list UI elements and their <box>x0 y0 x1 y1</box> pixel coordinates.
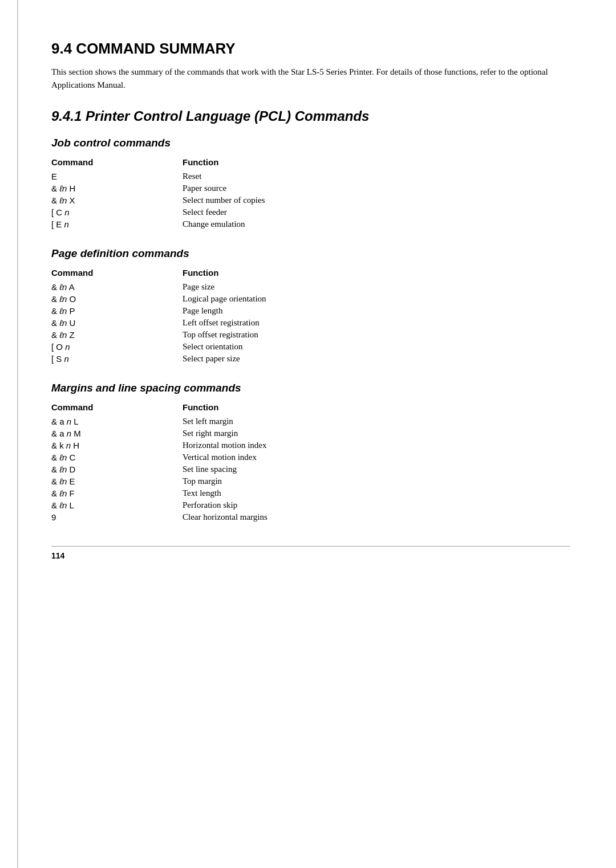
group-title-2: Margins and line spacing commands <box>51 382 570 394</box>
cmd-2-6: & ℓn F <box>51 487 183 499</box>
table-row: & ℓn ULeft offset registration <box>51 317 570 329</box>
col-function-1: Function <box>183 268 570 281</box>
cmd-2-3: & ℓn C <box>51 451 183 463</box>
section-title: 9.4 COMMAND SUMMARY <box>51 40 570 58</box>
page-number: 114 <box>51 551 64 560</box>
table-row: & ℓn OLogical page orientation <box>51 293 570 305</box>
func-0-3: Select feeder <box>183 206 570 218</box>
table-row: 9Clear horizontal margins <box>51 511 570 523</box>
func-1-0: Page size <box>183 281 570 293</box>
func-1-4: Top offset registration <box>183 329 570 341</box>
func-0-2: Select number of copies <box>183 194 570 206</box>
cmd-2-1: & a n M <box>51 427 183 439</box>
func-1-2: Page length <box>183 305 570 317</box>
table-row: & ℓn LPerforation skip <box>51 499 570 511</box>
func-0-0: Reset <box>183 170 570 182</box>
func-1-1: Logical page orientation <box>183 293 570 305</box>
footer: 114 <box>51 546 570 561</box>
func-0-4: Change emulation <box>183 218 570 230</box>
table-row: & ℓn HPaper source <box>51 182 570 194</box>
command-table-2: CommandFunction & a n LSet left margin &… <box>51 402 570 523</box>
col-command-2: Command <box>51 402 183 415</box>
table-row: [ S nSelect paper size <box>51 353 570 365</box>
func-2-5: Top margin <box>183 475 570 487</box>
group-title-0: Job control commands <box>51 137 570 149</box>
table-row: & ℓn APage size <box>51 281 570 293</box>
func-2-6: Text length <box>183 487 570 499</box>
table-row: & ℓn ETop margin <box>51 475 570 487</box>
table-row: [ O nSelect orientation <box>51 341 570 353</box>
func-2-0: Set left margin <box>183 415 570 427</box>
left-border <box>17 0 18 868</box>
col-function-0: Function <box>183 157 570 170</box>
cmd-0-1: & ℓn H <box>51 182 183 194</box>
table-row: & k n HHorizontal motion index <box>51 439 570 451</box>
cmd-1-0: & ℓn A <box>51 281 183 293</box>
table-row: [ C nSelect feeder <box>51 206 570 218</box>
table-row: & ℓn FText length <box>51 487 570 499</box>
cmd-1-4: & ℓn Z <box>51 329 183 341</box>
func-0-1: Paper source <box>183 182 570 194</box>
cmd-0-2: & ℓn X <box>51 194 183 206</box>
func-2-4: Set line spacing <box>183 463 570 475</box>
table-row: & a n MSet right margin <box>51 427 570 439</box>
groups-container: Job control commandsCommandFunction ERes… <box>51 137 570 523</box>
col-command-0: Command <box>51 157 183 170</box>
func-2-3: Vertical motion index <box>183 451 570 463</box>
cmd-1-5: [ O n <box>51 341 183 353</box>
cmd-2-5: & ℓn E <box>51 475 183 487</box>
table-row: & ℓn CVertical motion index <box>51 451 570 463</box>
func-2-2: Horizontal motion index <box>183 439 570 451</box>
cmd-0-4: [ E n <box>51 218 183 230</box>
cmd-2-8: 9 <box>51 511 183 523</box>
cmd-1-2: & ℓn P <box>51 305 183 317</box>
func-2-8: Clear horizontal margins <box>183 511 570 523</box>
cmd-0-3: [ C n <box>51 206 183 218</box>
cmd-1-1: & ℓn O <box>51 293 183 305</box>
col-command-1: Command <box>51 268 183 281</box>
cmd-2-2: & k n H <box>51 439 183 451</box>
table-row: & ℓn ZTop offset registration <box>51 329 570 341</box>
cmd-1-6: [ S n <box>51 353 183 365</box>
command-table-0: CommandFunction EReset & ℓn HPaper sourc… <box>51 157 570 230</box>
cmd-2-7: & ℓn L <box>51 499 183 511</box>
func-1-3: Left offset registration <box>183 317 570 329</box>
col-function-2: Function <box>183 402 570 415</box>
table-row: & ℓn DSet line spacing <box>51 463 570 475</box>
cmd-2-0: & a n L <box>51 415 183 427</box>
group-title-1: Page definition commands <box>51 247 570 260</box>
func-1-6: Select paper size <box>183 353 570 365</box>
command-table-1: CommandFunction & ℓn APage size & ℓn OLo… <box>51 268 570 365</box>
table-row: EReset <box>51 170 570 182</box>
subsection-title: 9.4.1 Printer Control Language (PCL) Com… <box>51 108 570 124</box>
table-row: & a n LSet left margin <box>51 415 570 427</box>
table-row: [ E nChange emulation <box>51 218 570 230</box>
intro-text: This section shows the summary of the co… <box>51 66 570 91</box>
func-2-7: Perforation skip <box>183 499 570 511</box>
func-1-5: Select orientation <box>183 341 570 353</box>
func-2-1: Set right margin <box>183 427 570 439</box>
cmd-0-0: E <box>51 170 183 182</box>
cmd-2-4: & ℓn D <box>51 463 183 475</box>
table-row: & ℓn XSelect number of copies <box>51 194 570 206</box>
cmd-1-3: & ℓn U <box>51 317 183 329</box>
table-row: & ℓn PPage length <box>51 305 570 317</box>
